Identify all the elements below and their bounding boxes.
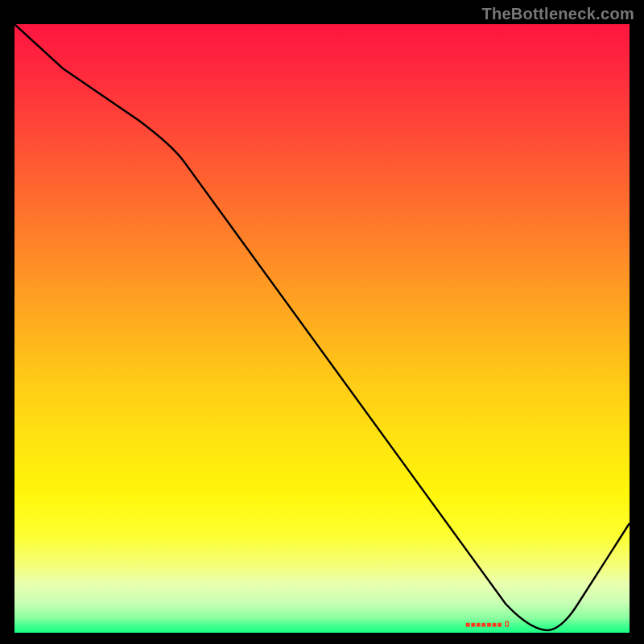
- gradient-background: [14, 24, 630, 633]
- watermark-label: TheBottleneck.com: [481, 5, 634, 23]
- chart-frame: TheBottleneck.com ■■■■■■■ 0: [0, 0, 644, 644]
- plot-area: ■■■■■■■ 0: [14, 24, 630, 633]
- min-point-label: ■■■■■■■ 0: [465, 620, 510, 629]
